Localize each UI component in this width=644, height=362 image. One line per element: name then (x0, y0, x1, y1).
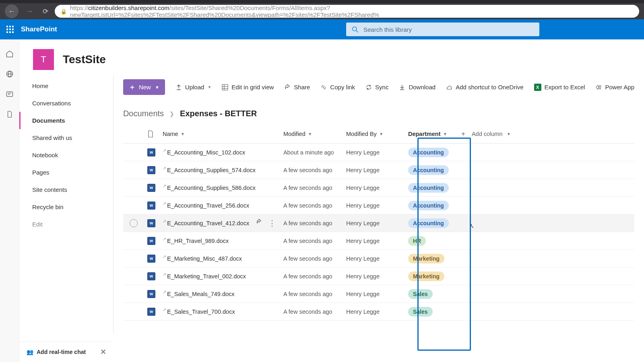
search-box[interactable]: Search this library (346, 23, 539, 36)
table-header: Name▼ Modified▼ Modified By▼ Department▼… (123, 125, 634, 144)
modified-by-cell[interactable]: Henry Legge (346, 309, 408, 315)
files-icon[interactable] (6, 110, 13, 118)
add-shortcut-button[interactable]: Add shortcut to OneDrive (446, 84, 523, 90)
chat-promo[interactable]: 👥Add real-time chat ✕ (19, 341, 114, 362)
department-pill: HR (408, 236, 426, 246)
department-pill: Accounting (408, 148, 449, 157)
upload-button[interactable]: Upload▼ (175, 84, 211, 90)
modified-cell: A few seconds ago (283, 255, 346, 262)
file-name[interactable]: E_Sales_Meals_749.docx (167, 291, 235, 297)
download-button[interactable]: Download (399, 84, 436, 90)
link-marker-icon: ↗ (163, 201, 166, 206)
app-launcher-icon[interactable] (0, 26, 20, 33)
select-circle[interactable] (130, 219, 138, 227)
nav-item-pages[interactable]: Pages (19, 164, 113, 181)
table-row[interactable]: W↗E_HR_Travel_989.docxA few seconds agoH… (123, 232, 634, 250)
link-marker-icon: ↗ (163, 237, 166, 242)
link-marker-icon: ↗ (163, 219, 166, 224)
copy-link-button[interactable]: Copy link (320, 84, 355, 90)
column-modified[interactable]: Modified▼ (283, 131, 346, 137)
globe-icon[interactable] (6, 70, 14, 78)
home-icon[interactable] (6, 50, 14, 58)
file-name[interactable]: E_Accounting_Travel_412.docx (167, 220, 249, 226)
modified-by-cell[interactable]: Henry Legge (346, 167, 408, 173)
table-row[interactable]: W↗E_Accounting_Supplies_574.docxA few se… (123, 161, 634, 179)
new-button[interactable]: ＋New▼ (123, 79, 165, 95)
svg-rect-6 (6, 31, 8, 33)
file-name[interactable]: E_Accounting_Supplies_586.docx (167, 185, 256, 191)
share-button[interactable]: Share (284, 84, 310, 90)
left-nav: HomeConversationsDocumentsShared with us… (19, 76, 114, 333)
department-pill: Accounting (408, 218, 449, 228)
upload-icon (175, 84, 182, 90)
news-icon[interactable] (6, 90, 14, 98)
browser-tab-strip (0, 0, 644, 3)
nav-item-recycle-bin[interactable]: Recycle bin (19, 198, 113, 216)
breadcrumb-current: Expenses - BETTER (180, 109, 257, 118)
file-name[interactable]: E_Marketing_Travel_002.docx (167, 273, 246, 280)
modified-by-cell[interactable]: Henry Legge (346, 238, 408, 244)
table-row[interactable]: W↗E_Accounting_Travel_256.docxA few seco… (123, 197, 634, 214)
file-type-icon (147, 130, 154, 138)
breadcrumb: Documents ❯ Expenses - BETTER (114, 99, 644, 125)
nav-item-documents[interactable]: Documents (19, 112, 113, 129)
breadcrumb-root[interactable]: Documents (123, 109, 164, 118)
nav-item-conversations[interactable]: Conversations (19, 95, 113, 112)
close-icon[interactable]: ✕ (100, 348, 106, 356)
table-row[interactable]: W↗E_Marketing_Misc_487.docxA few seconds… (123, 250, 634, 267)
add-column-button[interactable]: + Add column▼ (461, 130, 522, 138)
file-name[interactable]: E_Accounting_Misc_102.docx (167, 149, 245, 156)
file-name[interactable]: E_Accounting_Supplies_574.docx (167, 167, 256, 173)
nav-item-home[interactable]: Home (19, 77, 113, 95)
address-bar[interactable]: 🔒 https://citizenbuilders.sharepoint.com… (55, 5, 639, 18)
modified-by-cell[interactable]: Henry Legge (346, 291, 408, 297)
modified-by-cell[interactable]: Henry Legge (346, 273, 408, 280)
modified-by-cell[interactable]: Henry Legge (346, 220, 408, 226)
nav-item-shared-with-us[interactable]: Shared with us (19, 129, 113, 146)
nav-item-site-contents[interactable]: Site contents (19, 181, 113, 198)
sync-button[interactable]: Sync (365, 84, 388, 90)
column-modified-by[interactable]: Modified By▼ (346, 131, 408, 137)
brand-label[interactable]: SharePoint (20, 25, 57, 33)
nav-item-notebook[interactable]: Notebook (19, 146, 113, 164)
export-excel-button[interactable]: XExport to Excel (534, 84, 585, 91)
file-name[interactable]: E_HR_Travel_989.docx (167, 238, 229, 244)
file-name[interactable]: E_Marketing_Misc_487.docx (167, 255, 242, 262)
file-name[interactable]: E_Accounting_Travel_256.docx (167, 202, 249, 209)
modified-by-cell[interactable]: Henry Legge (346, 202, 408, 209)
department-pill: Marketing (408, 254, 444, 263)
modified-by-cell[interactable]: Henry Legge (346, 149, 408, 156)
table-row[interactable]: W↗E_Accounting_Travel_412.docx⋮A few sec… (123, 214, 634, 232)
nav-item-edit[interactable]: Edit (19, 216, 113, 233)
reload-button[interactable]: ⟳ (40, 7, 51, 16)
more-icon[interactable]: ⋮ (268, 219, 276, 228)
word-file-icon: W (147, 308, 155, 316)
table-row[interactable]: W↗E_Sales_Travel_700.docxA few seconds a… (123, 303, 634, 321)
table-row[interactable]: W↗E_Accounting_Supplies_586.docxA few se… (123, 179, 634, 197)
link-marker-icon: ↗ (163, 307, 166, 313)
back-button[interactable]: ← (5, 4, 19, 18)
chevron-down-icon: ▼ (443, 132, 448, 136)
onedrive-icon (446, 84, 452, 90)
share-icon[interactable] (256, 219, 262, 228)
table-row[interactable]: W↗E_Accounting_Misc_102.docxAbout a minu… (123, 144, 634, 161)
power-apps-button[interactable]: Power App (595, 84, 634, 90)
modified-by-cell[interactable]: Henry Legge (346, 255, 408, 262)
site-title[interactable]: TestSite (63, 53, 106, 66)
modified-cell: A few seconds ago (283, 291, 346, 297)
file-name[interactable]: E_Sales_Travel_700.docx (167, 309, 235, 315)
table-row[interactable]: W↗E_Marketing_Travel_002.docxA few secon… (123, 267, 634, 285)
chevron-down-icon: ▼ (181, 132, 185, 136)
forward-button[interactable]: → (23, 4, 36, 18)
chevron-down-icon: ▼ (308, 132, 312, 136)
chevron-down-icon: ▼ (207, 85, 211, 89)
column-name[interactable]: Name▼ (163, 131, 283, 137)
table-row[interactable]: W↗E_Sales_Meals_749.docxA few seconds ag… (123, 285, 634, 303)
site-logo[interactable]: T (33, 49, 54, 70)
column-department[interactable]: Department▼ (408, 131, 461, 137)
site-header: T TestSite (19, 39, 644, 76)
edit-grid-button[interactable]: Edit in grid view (222, 84, 274, 90)
svg-rect-8 (12, 31, 14, 33)
modified-by-cell[interactable]: Henry Legge (346, 185, 408, 191)
word-file-icon: W (147, 290, 155, 298)
